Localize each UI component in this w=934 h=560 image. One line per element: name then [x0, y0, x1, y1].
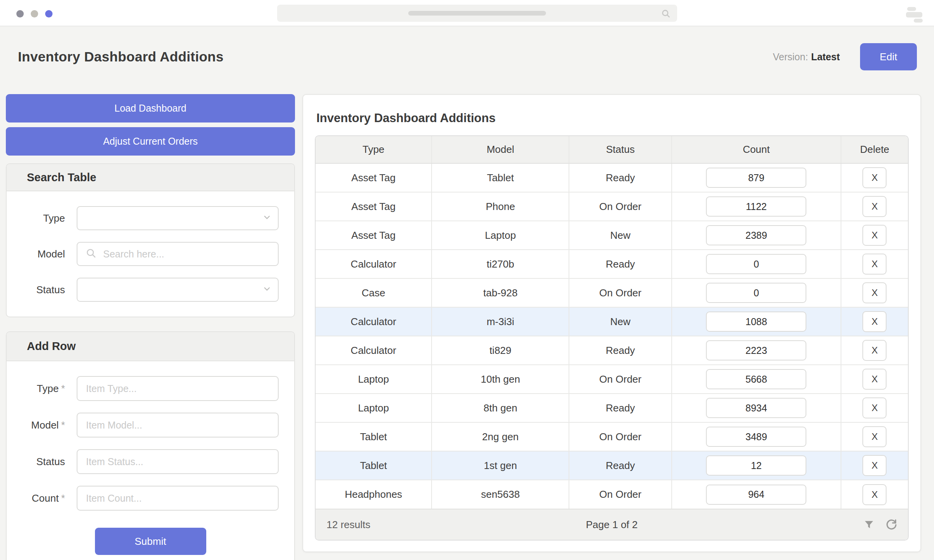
submit-button[interactable]: Submit: [95, 528, 206, 555]
delete-button[interactable]: X: [862, 484, 887, 505]
load-dashboard-button[interactable]: Load Dashboard: [6, 94, 295, 122]
column-header-count: Count: [672, 136, 841, 163]
cell-type: Asset Tag: [316, 221, 432, 250]
page-header: Inventory Dashboard Additions Version:La…: [18, 39, 917, 75]
count-input[interactable]: [706, 283, 806, 303]
window-dot-icon[interactable]: [31, 10, 38, 18]
table-row: Calculatorti829ReadyX: [316, 336, 908, 365]
cell-model: 2ng gen: [432, 422, 569, 451]
add-count-input[interactable]: [77, 486, 278, 510]
add-model-control: [77, 413, 279, 438]
cell-status: On Order: [569, 192, 671, 221]
table-row: Casetab-928On OrderX: [316, 278, 908, 307]
search-table-body: Type Model: [7, 191, 294, 317]
adjust-current-orders-button[interactable]: Adjust Current Orders: [6, 127, 295, 156]
delete-button[interactable]: X: [862, 225, 887, 246]
browser-topbar: [0, 0, 934, 26]
add-status-input[interactable]: [77, 450, 278, 473]
cell-type: Tablet: [316, 422, 432, 451]
chevron-down-icon: [263, 215, 271, 222]
count-input[interactable]: [706, 485, 806, 505]
add-type-input[interactable]: [77, 377, 278, 400]
window-dot-icon[interactable]: [16, 10, 24, 18]
delete-button[interactable]: X: [862, 311, 887, 332]
column-header-type: Type: [316, 136, 432, 163]
cell-type: Laptop: [316, 365, 432, 394]
add-count-field: Count*: [22, 486, 279, 511]
count-input[interactable]: [706, 225, 806, 245]
delete-button[interactable]: X: [862, 167, 887, 188]
version-label: Version:: [773, 51, 808, 62]
delete-button[interactable]: X: [862, 196, 887, 217]
footer-icons: [864, 519, 897, 530]
cell-delete: X: [841, 451, 908, 480]
delete-button[interactable]: X: [862, 282, 887, 303]
count-input[interactable]: [706, 254, 806, 274]
filter-icon[interactable]: [864, 519, 874, 530]
count-input[interactable]: [706, 369, 806, 389]
add-row-body: Type* Model* Status Count*: [7, 361, 294, 560]
cell-type: Calculator: [316, 250, 432, 278]
browser-search-bar[interactable]: [277, 5, 677, 22]
table-row: Calculatorm-3i3iNewX: [316, 307, 908, 336]
cell-type: Calculator: [316, 307, 432, 336]
count-input[interactable]: [706, 398, 806, 418]
main-title: Inventory Dashboard Additions: [316, 111, 909, 125]
search-model-label: Model: [22, 248, 65, 260]
table-row: Laptop10th genOn OrderX: [316, 365, 908, 394]
cell-delete: X: [841, 278, 908, 307]
count-input[interactable]: [706, 312, 806, 332]
sidebar: Load Dashboard Adjust Current Orders Sea…: [6, 94, 295, 560]
page-indicator: Page 1 of 2: [586, 519, 638, 531]
count-input[interactable]: [706, 427, 806, 447]
count-input[interactable]: [706, 455, 806, 476]
delete-button[interactable]: X: [862, 254, 887, 275]
cell-status: Ready: [569, 394, 671, 422]
version-value: Latest: [811, 51, 840, 62]
search-status-select[interactable]: [77, 278, 279, 302]
add-model-input[interactable]: [77, 413, 278, 437]
count-input[interactable]: [706, 168, 806, 188]
cell-status: New: [569, 221, 671, 250]
results-count: 12 results: [327, 519, 370, 531]
cell-status: On Order: [569, 422, 671, 451]
count-input[interactable]: [706, 340, 806, 360]
column-header-status: Status: [569, 136, 671, 163]
cell-model: ti829: [432, 336, 569, 365]
delete-button[interactable]: X: [862, 340, 887, 361]
window-dot-icon[interactable]: [45, 10, 53, 18]
table-row: Calculatorti270bReadyX: [316, 250, 908, 278]
delete-button[interactable]: X: [862, 369, 887, 390]
cell-model: 1st gen: [432, 451, 569, 480]
cell-delete: X: [841, 336, 908, 365]
table-row: Laptop8th genReadyX: [316, 394, 908, 422]
cell-model: m-3i3i: [432, 307, 569, 336]
version-info: Version:Latest: [773, 51, 840, 63]
cell-count: [672, 192, 841, 221]
table-row: Asset TagLaptopNewX: [316, 221, 908, 250]
refresh-icon[interactable]: [885, 519, 897, 530]
cell-model: sen5638: [432, 480, 569, 509]
cell-model: tab-928: [432, 278, 569, 307]
count-input[interactable]: [706, 196, 806, 217]
window-controls: [16, 10, 53, 18]
search-type-select[interactable]: [77, 206, 279, 230]
delete-button[interactable]: X: [862, 397, 887, 418]
cell-count: [672, 221, 841, 250]
search-model-field: Model: [22, 242, 279, 266]
table-row: Tablet1st genReadyX: [316, 451, 908, 480]
column-header-model: Model: [432, 136, 569, 163]
search-model-input[interactable]: [77, 243, 278, 265]
cell-delete: X: [841, 365, 908, 394]
edit-button[interactable]: Edit: [860, 43, 917, 70]
cell-count: [672, 250, 841, 278]
table-footer: 12 results Page 1 of 2: [316, 509, 908, 540]
delete-button[interactable]: X: [862, 455, 887, 476]
delete-button[interactable]: X: [862, 426, 887, 447]
cell-model: ti270b: [432, 250, 569, 278]
menu-icon[interactable]: [906, 7, 923, 23]
add-status-control: [77, 449, 279, 474]
required-mark: *: [61, 383, 65, 394]
search-type-field: Type: [22, 206, 279, 230]
cell-count: [672, 163, 841, 192]
